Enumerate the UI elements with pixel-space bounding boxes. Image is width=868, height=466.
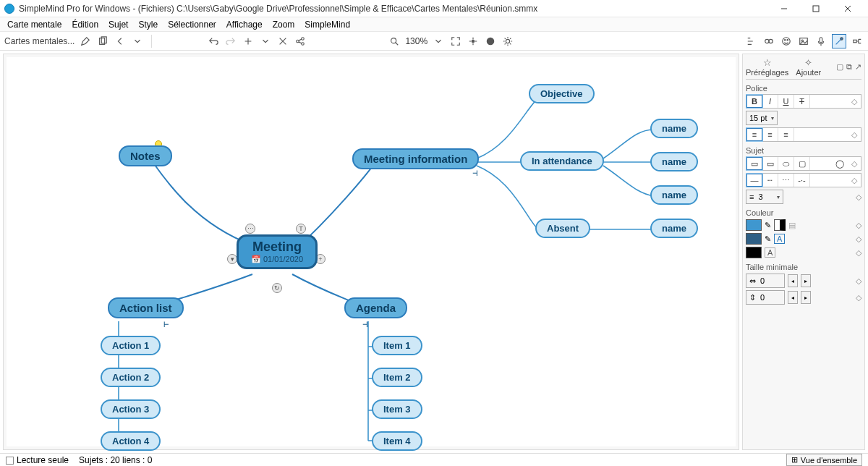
step-down[interactable]: ◂ — [788, 274, 798, 287]
border-width-select[interactable]: ≡ 3▾ — [746, 190, 783, 204]
node-handle[interactable]: ⋯ — [245, 224, 255, 234]
border-dash-button[interactable]: ┄ — [762, 174, 778, 187]
center-icon[interactable] — [467, 34, 480, 48]
action-node[interactable]: Action 1 — [101, 336, 161, 355]
pattern-icon[interactable]: ▤ — [788, 221, 796, 230]
item-node[interactable]: Item 2 — [372, 368, 422, 387]
rotate-handle[interactable]: ↻ — [272, 283, 282, 293]
clear-icon[interactable]: ◇ — [856, 293, 861, 302]
documents-tab[interactable]: Cartes mentales... — [4, 36, 75, 46]
font-size-select[interactable]: 15 pt▾ — [746, 111, 778, 125]
fill-color[interactable] — [746, 219, 762, 231]
notes-node[interactable]: Notes — [119, 145, 172, 166]
clear-shape-icon[interactable]: ◇ — [848, 157, 861, 170]
clear-icon[interactable]: ◇ — [856, 221, 861, 230]
menu-item[interactable]: Zoom — [268, 18, 299, 31]
min-height-input[interactable]: ⇕ 0 — [746, 290, 785, 305]
border-color[interactable] — [746, 233, 762, 245]
shape-rounded-button[interactable]: ▭ — [746, 157, 762, 170]
dropdown-icon[interactable] — [432, 34, 445, 48]
text-color[interactable] — [746, 247, 762, 258]
dropdown-icon[interactable] — [131, 34, 144, 48]
step-up[interactable]: ▸ — [801, 291, 811, 304]
name-node[interactable]: name — [650, 219, 698, 238]
add-node-icon[interactable] — [242, 34, 255, 48]
cut-link-icon[interactable] — [276, 34, 289, 48]
dropper-icon[interactable]: ✎ — [765, 221, 771, 230]
panel-icon[interactable]: ↗ — [855, 62, 861, 72]
presets-tab[interactable]: ☆Préréglages — [746, 57, 788, 77]
copy-icon[interactable] — [96, 34, 109, 48]
contrast-color[interactable] — [774, 219, 786, 231]
border-solid-button[interactable]: — — [746, 174, 762, 187]
emoji-icon[interactable] — [780, 34, 793, 48]
palette-icon[interactable] — [484, 34, 497, 48]
menu-item[interactable]: Carte mentale — [3, 18, 66, 31]
auto-text-button[interactable]: A — [765, 247, 775, 258]
maximize-button[interactable] — [800, 0, 832, 17]
item-node[interactable]: Item 4 — [372, 431, 422, 451]
redo-icon[interactable] — [224, 34, 237, 48]
min-width-input[interactable]: ⇔ 0 — [746, 274, 785, 288]
voice-icon[interactable] — [814, 34, 827, 48]
menu-item[interactable]: Sujet — [104, 18, 132, 31]
share-icon[interactable] — [294, 34, 307, 48]
shape-box-button[interactable]: ▢ — [794, 157, 810, 170]
bold-button[interactable]: B — [746, 95, 762, 108]
layout-icon[interactable] — [851, 34, 864, 48]
action-node[interactable]: Action 2 — [101, 368, 161, 387]
clear-icon[interactable]: ◇ — [856, 276, 861, 286]
menu-item[interactable]: Style — [134, 18, 162, 31]
name-node[interactable]: name — [650, 185, 698, 205]
zoom-level[interactable]: 130% — [405, 36, 427, 46]
dropper-icon[interactable]: ✎ — [765, 234, 771, 244]
shape-pill-button[interactable]: ⬭ — [778, 157, 794, 170]
search-icon[interactable] — [388, 34, 401, 48]
attendance-node[interactable]: In attendance — [520, 151, 604, 171]
image-icon[interactable] — [797, 34, 810, 48]
panel-icon[interactable]: ▢ — [836, 62, 843, 72]
item-node[interactable]: Item 3 — [372, 399, 422, 419]
undo-icon[interactable] — [207, 34, 220, 48]
align-right-button[interactable]: ≡ — [778, 128, 794, 141]
clear-format-icon[interactable]: ◇ — [848, 95, 861, 108]
panel-icon[interactable]: ⧉ — [846, 62, 852, 72]
action-node[interactable]: Action 3 — [101, 399, 161, 419]
add-tab[interactable]: ✧Ajouter — [796, 57, 821, 77]
name-node[interactable]: name — [650, 152, 698, 171]
clear-border-icon[interactable]: ◇ — [848, 174, 861, 187]
strike-button[interactable]: T — [794, 95, 810, 108]
step-down[interactable]: ◂ — [788, 291, 798, 304]
meeting-info-node[interactable]: Meeting information — [352, 148, 479, 169]
fit-icon[interactable] — [449, 34, 462, 48]
shape-rect-button[interactable]: ▭ — [762, 157, 778, 170]
item-node[interactable]: Item 1 — [372, 336, 422, 355]
collapse-handle[interactable]: ▾ — [227, 254, 237, 264]
border-dot-button[interactable]: ⋯ — [778, 174, 794, 187]
node-handle[interactable]: T — [296, 224, 306, 234]
outline-icon[interactable] — [745, 34, 758, 48]
clear-icon[interactable]: ◇ — [856, 248, 861, 258]
more-shapes-icon[interactable]: ◯ — [832, 157, 848, 170]
clear-align-icon[interactable]: ◇ — [848, 128, 861, 141]
action-node[interactable]: Action 4 — [101, 431, 161, 451]
menu-item[interactable]: Affichage — [222, 18, 267, 31]
clear-icon[interactable]: ◇ — [856, 234, 861, 244]
mindmap-canvas[interactable]: ⋯ T ▾ + ↻ Meeting 📅 01/01/2020 Notes Mee… — [7, 57, 736, 446]
root-node[interactable]: Meeting 📅 01/01/2020 — [237, 234, 318, 269]
style-icon[interactable] — [832, 34, 846, 48]
auto-color-button[interactable]: A — [774, 234, 785, 244]
overview-button[interactable]: ⊞Vue d'ensemble — [786, 454, 862, 466]
align-left-button[interactable]: ≡ — [746, 128, 762, 141]
action-list-node[interactable]: Action list — [108, 297, 184, 318]
menu-item[interactable]: SimpleMind — [300, 18, 354, 31]
step-up[interactable]: ▸ — [801, 274, 811, 287]
absent-node[interactable]: Absent — [535, 219, 590, 238]
back-icon[interactable] — [114, 34, 127, 48]
objective-node[interactable]: Objective — [529, 84, 595, 103]
settings-icon[interactable] — [501, 34, 514, 48]
italic-button[interactable]: I — [762, 95, 778, 108]
name-node[interactable]: name — [650, 119, 698, 138]
dropdown-icon[interactable] — [259, 34, 272, 48]
agenda-node[interactable]: Agenda — [344, 297, 407, 318]
